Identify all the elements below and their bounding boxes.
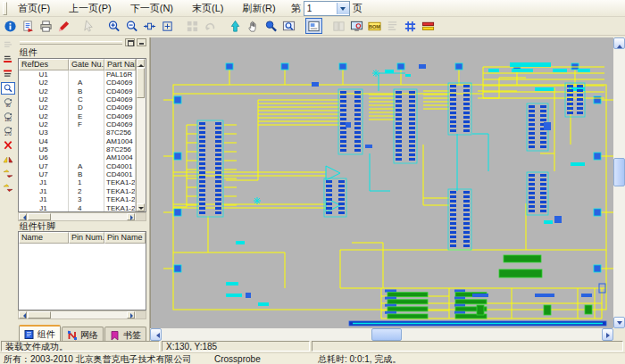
side-toolbar: 90180270 [0, 36, 16, 343]
chevron-down-icon[interactable] [337, 3, 349, 14]
top-view-button[interactable] [1, 54, 15, 66]
scroll-down-icon[interactable] [137, 203, 145, 211]
bom-report-button[interactable]: BOM [366, 18, 383, 34]
scrollbar-thumb[interactable] [371, 328, 402, 341]
main-toolbar: BOM [0, 17, 625, 36]
panel-hide-button[interactable] [137, 38, 146, 46]
table-row[interactable]: U387C256 [19, 128, 136, 136]
table-row[interactable]: U2FCD4069 [19, 120, 136, 128]
resize-grip[interactable] [136, 311, 146, 318]
table-row[interactable]: J13TEKA1-2 [19, 195, 136, 203]
rotate-270-button[interactable]: 270 [1, 125, 15, 137]
table-row[interactable]: U2DCD4069 [19, 103, 136, 112]
scroll-up-icon[interactable] [613, 37, 625, 49]
markup-pen-button[interactable] [55, 18, 72, 34]
pins-table-header[interactable]: NamePin Num...Pin Name [19, 232, 146, 244]
nav-first-page-button[interactable]: 首页(F) [12, 1, 56, 16]
table-cell: U3 [19, 128, 69, 136]
screen-capture-button[interactable] [348, 18, 365, 34]
scrollbar-thumb[interactable] [137, 68, 145, 98]
mirror-x-button[interactable] [1, 153, 15, 166]
panel-float-button[interactable] [125, 38, 135, 46]
column-header[interactable]: Gate Nu... [69, 59, 104, 70]
scroll-right-icon[interactable] [602, 328, 613, 341]
flip-button[interactable] [1, 182, 15, 194]
scroll-up-icon[interactable] [137, 59, 145, 67]
table-row[interactable]: U2BCD4069 [19, 87, 136, 95]
canvas-vscrollbar[interactable] [613, 37, 625, 328]
scrollbar-thumb[interactable] [28, 311, 51, 318]
table-cell [69, 153, 104, 161]
bottom-view-button[interactable] [1, 68, 15, 80]
table-row[interactable]: J11TEKA1-2 [19, 178, 136, 186]
canvas-hscrollbar[interactable] [150, 328, 613, 341]
components-table-body[interactable]: U1PAL16RU2ACD4069U2BCD4069U2CCD4069U2DCD… [19, 70, 136, 211]
table-row[interactable]: U6AM1004 [19, 153, 136, 161]
table-row[interactable]: U2CCD4069 [19, 95, 136, 103]
table-row[interactable]: U4AM1004 [19, 137, 136, 145]
zoom-out-button[interactable] [123, 18, 140, 34]
doc-info-button[interactable] [2, 18, 19, 34]
delete-markup-button[interactable] [1, 139, 15, 152]
nav-last-page-button[interactable]: 末页(L) [186, 1, 229, 16]
table-row[interactable]: J14TEKA1-2 [19, 204, 136, 212]
mirror-y-button[interactable] [1, 168, 15, 180]
zoom-in-button[interactable] [105, 18, 122, 34]
components-table[interactable]: RefDesGate Nu...Part Nan U1PAL16RU2ACD40… [18, 58, 146, 212]
components-table-vscrollbar[interactable] [136, 59, 146, 211]
toolbar-gripper[interactable] [3, 2, 7, 15]
nav-refresh-button[interactable]: 刷新(R) [236, 1, 281, 16]
resize-grip[interactable] [136, 213, 146, 220]
scroll-left-icon[interactable] [150, 328, 162, 341]
pan-hand-button[interactable] [245, 18, 262, 34]
nav-prev-page-button[interactable]: 上一页(P) [62, 1, 118, 16]
table-row[interactable]: U7ACD4001 [19, 162, 136, 170]
rotate-90-button[interactable]: 90 [1, 96, 15, 109]
magnifier-window-button[interactable] [280, 18, 297, 34]
zoom-fit-width-button[interactable] [141, 18, 158, 34]
table-cell: J1 [19, 178, 69, 186]
components-section-title: 组件 [20, 47, 38, 58]
component-pins-table[interactable]: NamePin Num...Pin Name [18, 231, 146, 310]
scroll-left-icon[interactable] [19, 213, 27, 220]
nav-next-page-button[interactable]: 下一页(N) [124, 1, 179, 16]
zoom-fit-page-button[interactable] [159, 18, 176, 34]
scrollbar-thumb[interactable] [28, 213, 51, 220]
measure-bars-button[interactable] [420, 18, 437, 34]
fly-up-button[interactable] [227, 18, 244, 34]
scroll-right-icon[interactable] [127, 311, 135, 318]
panel-drag-grip[interactable] [16, 37, 149, 47]
components-table-hscrollbar[interactable] [18, 212, 146, 221]
zoom-area-button[interactable] [1, 82, 15, 95]
column-header[interactable]: Name [19, 232, 69, 244]
table-row[interactable]: J12TEKA1-2 [19, 187, 136, 195]
table-cell: U2 [19, 87, 69, 95]
components-table-header[interactable]: RefDesGate Nu...Part Nan [19, 59, 136, 70]
scroll-left-icon[interactable] [19, 311, 27, 318]
column-header[interactable]: Part Nan [104, 59, 136, 70]
print-button[interactable] [38, 18, 54, 34]
table-row[interactable]: U2ECD4069 [19, 112, 136, 120]
export-button[interactable] [20, 18, 37, 34]
table-row[interactable]: U1PAL16R [19, 70, 136, 79]
table-cell: CD4069 [104, 87, 136, 95]
scrollbar-thumb[interactable] [613, 158, 625, 186]
cross-probe-grid-button[interactable] [402, 18, 419, 34]
svg-text:270: 270 [4, 131, 12, 136]
table-row[interactable]: U2ACD4069 [19, 79, 136, 87]
scroll-right-icon[interactable] [127, 213, 135, 220]
table-row[interactable]: U7BCD4001 [19, 170, 136, 178]
pins-table-hscrollbar[interactable] [18, 310, 146, 319]
column-header[interactable]: Pin Num... [69, 232, 104, 244]
table-row[interactable]: U587C256 [19, 145, 136, 153]
scroll-down-icon[interactable] [613, 317, 625, 328]
schematic-canvas[interactable] [150, 37, 613, 328]
column-header[interactable]: RefDes [19, 59, 69, 70]
zoom-select-button[interactable] [262, 18, 279, 34]
page-number-combo[interactable]: 1 [304, 1, 350, 16]
rotate-180-button[interactable]: 180 [1, 111, 15, 123]
column-header[interactable]: Pin Name [104, 232, 146, 244]
table-cell: U2 [19, 79, 69, 87]
panel-tab-components[interactable]: 组件 [19, 325, 61, 343]
overview-window-button[interactable] [305, 18, 322, 34]
